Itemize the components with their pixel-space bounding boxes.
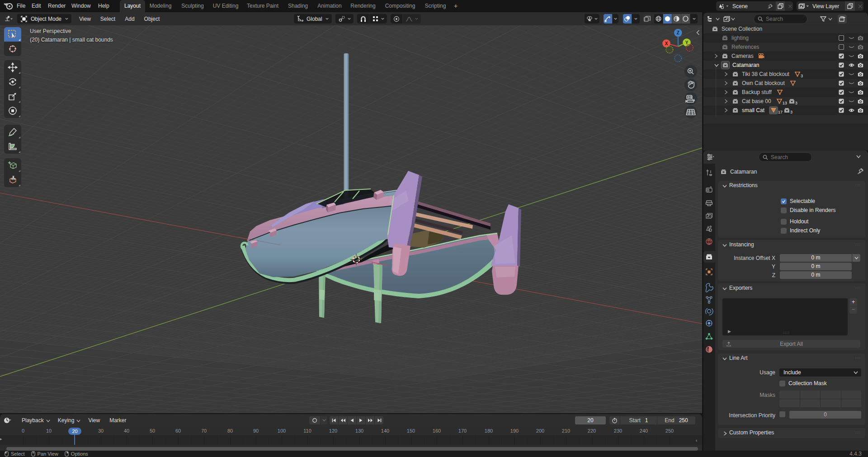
svg-text:Z: Z xyxy=(677,30,679,35)
svg-text:X: X xyxy=(665,41,668,46)
